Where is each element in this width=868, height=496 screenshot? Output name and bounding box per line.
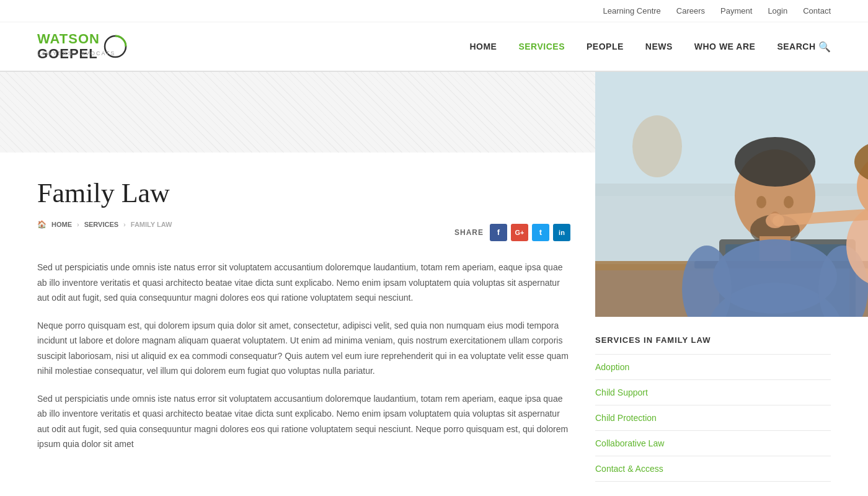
home-icon: 🏠 xyxy=(37,220,46,229)
breadcrumb-home[interactable]: HOME xyxy=(51,221,72,228)
service-link-adoption[interactable]: Adoption xyxy=(595,354,831,380)
left-content: Family Law 🏠 HOME › SERVICES › FAMILY LA… xyxy=(37,153,595,482)
breadcrumb-sep-2: › xyxy=(123,221,126,228)
linkedin-share-button[interactable]: in xyxy=(553,224,570,241)
social-icons: f G+ t in xyxy=(490,224,570,241)
learning-centre-link[interactable]: Learning Centre xyxy=(603,6,661,16)
service-link-child-support[interactable]: Child Support xyxy=(595,380,831,405)
breadcrumb-services[interactable]: SERVICES xyxy=(84,221,118,228)
service-link-child-protection[interactable]: Child Protection xyxy=(595,405,831,431)
breadcrumb-sep-1: › xyxy=(77,221,79,228)
body-paragraph-1: Sed ut perspiciatis unde omnis iste natu… xyxy=(37,260,570,306)
nav-home[interactable]: HOME xyxy=(469,42,497,51)
search-icon: 🔍 xyxy=(818,41,831,53)
share-row: SHARE f G+ t in xyxy=(454,224,570,241)
service-link-collaborative-law[interactable]: Collaborative Law xyxy=(595,431,831,456)
facebook-share-button[interactable]: f xyxy=(490,224,507,241)
body-paragraph-2: Neque porro quisquam est, qui dolorem ip… xyxy=(37,318,570,379)
services-section: SERVICES IN FAMILY LAW Adoption Child Su… xyxy=(595,335,831,482)
nav-people[interactable]: PEOPLE xyxy=(587,42,624,51)
breadcrumb: 🏠 HOME › SERVICES › FAMILY LAW xyxy=(37,220,172,229)
logo[interactable]: WATSON GOEPEL LAWYERS · AVOCATS xyxy=(37,32,127,61)
logo-subtitle: LAWYERS · AVOCATS xyxy=(37,50,115,56)
nav-services[interactable]: SERVICES xyxy=(518,42,565,51)
nav-news[interactable]: NEWS xyxy=(645,42,673,51)
share-label: SHARE xyxy=(454,228,484,237)
hero-image-container xyxy=(595,72,868,317)
utility-bar: Learning Centre Careers Payment Login Co… xyxy=(0,0,868,22)
contact-link[interactable]: Contact xyxy=(803,6,831,16)
hero-image xyxy=(595,72,868,317)
twitter-share-button[interactable]: t xyxy=(532,224,549,241)
search-label: SEARCH xyxy=(777,42,815,51)
body-paragraph-3: Sed ut perspiciatis unde omnis iste natu… xyxy=(37,391,570,452)
breadcrumb-share-row: 🏠 HOME › SERVICES › FAMILY LAW SHARE f G… xyxy=(37,220,570,244)
breadcrumb-current: FAMILY LAW xyxy=(131,221,172,228)
logo-watson: WATSON xyxy=(37,32,100,46)
content-wrapper: Family Law 🏠 HOME › SERVICES › FAMILY LA… xyxy=(0,153,868,482)
payment-link[interactable]: Payment xyxy=(720,6,752,16)
svg-rect-31 xyxy=(595,72,868,317)
main-nav-bar: WATSON GOEPEL LAWYERS · AVOCATS HOME SER… xyxy=(0,22,868,72)
nav-who-we-are[interactable]: WHO WE ARE xyxy=(694,42,756,51)
search-button[interactable]: SEARCH 🔍 xyxy=(777,41,831,53)
services-section-title: SERVICES IN FAMILY LAW xyxy=(595,335,831,345)
login-link[interactable]: Login xyxy=(768,6,787,16)
right-sidebar: SERVICES IN FAMILY LAW Adoption Child Su… xyxy=(595,153,831,482)
googleplus-share-button[interactable]: G+ xyxy=(511,224,528,241)
service-link-contact-access[interactable]: Contact & Access xyxy=(595,456,831,482)
main-navigation: HOME SERVICES PEOPLE NEWS WHO WE ARE SEA… xyxy=(469,41,831,53)
page-title: Family Law xyxy=(37,177,570,209)
careers-link[interactable]: Careers xyxy=(676,6,705,16)
